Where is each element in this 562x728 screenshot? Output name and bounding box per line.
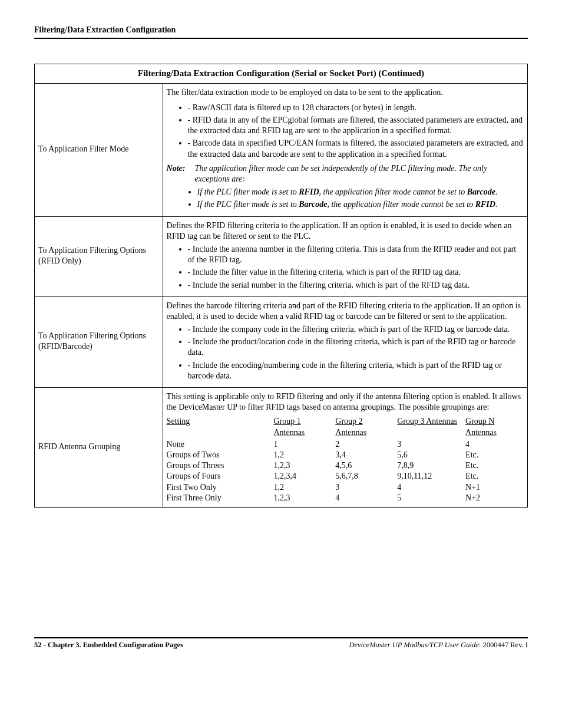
row-label: RFID Antenna Grouping	[35, 388, 163, 508]
grid-cell: 7,8,9	[397, 460, 462, 471]
grid-header: Group N Antennas	[465, 416, 524, 437]
grid-cell: 1,2,3	[273, 460, 332, 471]
doc-title: DeviceMaster UP Modbus/TCP User Guide	[349, 641, 478, 649]
list-item: If the PLC filter mode is set to Barcode…	[197, 199, 524, 210]
grid-cell: 4	[335, 493, 394, 503]
text-fragment: If the PLC filter mode is set to	[197, 200, 299, 209]
list-item: - Include the product/location code in t…	[188, 337, 524, 358]
text-fragment: , the application filter mode cannot be …	[327, 200, 475, 209]
grid-cell: 5,6,7,8	[335, 471, 394, 482]
list-item: - Include the serial number in the filte…	[188, 280, 524, 291]
page-header: Filtering/Data Extraction Configuration	[34, 25, 528, 39]
footer-left: 52 - Chapter 3. Embedded Configuration P…	[34, 640, 183, 650]
grid-cell: 3,4	[335, 450, 394, 460]
bullet-list: - Include the antenna number in the filt…	[167, 244, 524, 291]
grid-cell: 4	[465, 439, 524, 450]
text-fragment: , the application filter mode cannot be …	[319, 187, 467, 196]
config-table: Filtering/Data Extraction Configuration …	[34, 64, 528, 508]
grid-cell: 5,6	[397, 450, 462, 460]
chapter-title: Chapter 3. Embedded Configuration Pages	[48, 641, 183, 649]
footer-right: DeviceMaster UP Modbus/TCP User Guide: 2…	[349, 640, 528, 650]
row-content: The filter/data extraction mode to be em…	[163, 83, 527, 216]
bold-term: Barcode	[467, 187, 495, 196]
grid-header: Group 2 Antennas	[335, 416, 394, 437]
grid-cell: 4	[397, 482, 462, 493]
grid-cell: 1,2	[273, 450, 332, 460]
grid-cell: 1,2,3	[273, 493, 332, 503]
table-row: RFID Antenna Grouping This setting is ap…	[35, 388, 528, 508]
table-row: To Application Filtering Options (RFID O…	[35, 216, 528, 297]
grid-cell: 1,2,3,4	[273, 471, 332, 482]
grid-cell: 1,2	[273, 482, 332, 493]
row-label: To Application Filtering Options (RFID O…	[35, 216, 163, 297]
text-fragment: If the PLC filter mode is set to	[197, 187, 299, 196]
text-fragment: .	[495, 187, 498, 196]
row-content: This setting is applicable only to RFID …	[163, 388, 527, 508]
table-row: To Application Filter Mode The filter/da…	[35, 83, 528, 216]
grid-header: Group 3 Antennas	[397, 416, 462, 437]
list-item: - Include the encoding/numbering code in…	[188, 360, 524, 381]
grid-cell: N+1	[465, 482, 524, 493]
grid-header: Group 1 Antennas	[273, 416, 332, 437]
grid-cell: 4,5,6	[335, 460, 394, 471]
page-number: 52 -	[34, 641, 46, 649]
list-item: - Raw/ASCII data is filtered up to 128 c…	[188, 103, 524, 113]
grid-cell: Groups of Fours	[167, 471, 270, 482]
list-item: If the PLC filter mode is set to RFID, t…	[197, 187, 524, 197]
list-item: - Include the filter value in the filter…	[188, 267, 524, 278]
row-intro: This setting is applicable only to RFID …	[167, 391, 524, 413]
row-label: To Application Filtering Options (RFID/B…	[35, 297, 163, 387]
row-content: Defines the barcode filtering criteria a…	[163, 297, 527, 387]
row-label: To Application Filter Mode	[35, 83, 163, 216]
table-row: To Application Filtering Options (RFID/B…	[35, 297, 528, 387]
grid-cell: 2	[335, 439, 394, 450]
doc-rev: : 2000447 Rev. I	[479, 641, 528, 649]
row-intro: Defines the barcode filtering criteria a…	[167, 301, 524, 322]
bullet-list: - Include the company code in the filter…	[167, 324, 524, 381]
page-header-text: Filtering/Data Extraction Configuration	[34, 25, 176, 34]
grid-cell: None	[167, 439, 270, 450]
grid-cell: 3	[397, 439, 462, 450]
grid-cell: 1	[273, 439, 332, 450]
bullet-list: - Raw/ASCII data is filtered up to 128 c…	[167, 103, 524, 160]
grid-cell: Etc.	[465, 471, 524, 482]
note-label: Note:	[167, 164, 186, 173]
row-content: Defines the RFID filtering criteria to t…	[163, 216, 527, 297]
grid-cell: Groups of Threes	[167, 460, 270, 471]
bold-term: RFID	[299, 187, 319, 196]
list-item: - Include the company code in the filter…	[188, 324, 524, 335]
sub-bullet-list: If the PLC filter mode is set to RFID, t…	[167, 187, 524, 210]
row-intro: Defines the RFID filtering criteria to t…	[167, 220, 524, 242]
grid-cell: 5	[397, 493, 462, 503]
table-caption: Filtering/Data Extraction Configuration …	[35, 64, 528, 84]
grid-cell: N+2	[465, 493, 524, 503]
grid-cell: First Three Only	[167, 493, 270, 503]
text-fragment: .	[495, 200, 498, 209]
grid-cell: Etc.	[465, 460, 524, 471]
grid-cell: Etc.	[465, 450, 524, 460]
grid-cell: 9,10,11,12	[397, 471, 462, 482]
list-item: - Include the antenna number in the filt…	[188, 244, 524, 265]
row-intro: The filter/data extraction mode to be em…	[167, 87, 524, 98]
grid-cell: First Two Only	[167, 482, 270, 493]
list-item: - Barcode data in specified UPC/EAN form…	[188, 138, 524, 159]
grid-cell: 3	[335, 482, 394, 493]
note: Note: The application filter mode can be…	[167, 163, 524, 185]
bold-term: RFID	[475, 200, 495, 209]
grid-header: Setting	[167, 416, 270, 437]
list-item: - RFID data in any of the EPCglobal form…	[188, 115, 524, 136]
note-body: The application filter mode can be set i…	[195, 163, 524, 185]
bold-term: Barcode	[299, 200, 327, 209]
grouping-grid: Setting Group 1 Antennas Group 2 Antenna…	[167, 416, 524, 503]
page-footer: 52 - Chapter 3. Embedded Configuration P…	[34, 637, 528, 650]
grid-cell: Groups of Twos	[167, 450, 270, 460]
